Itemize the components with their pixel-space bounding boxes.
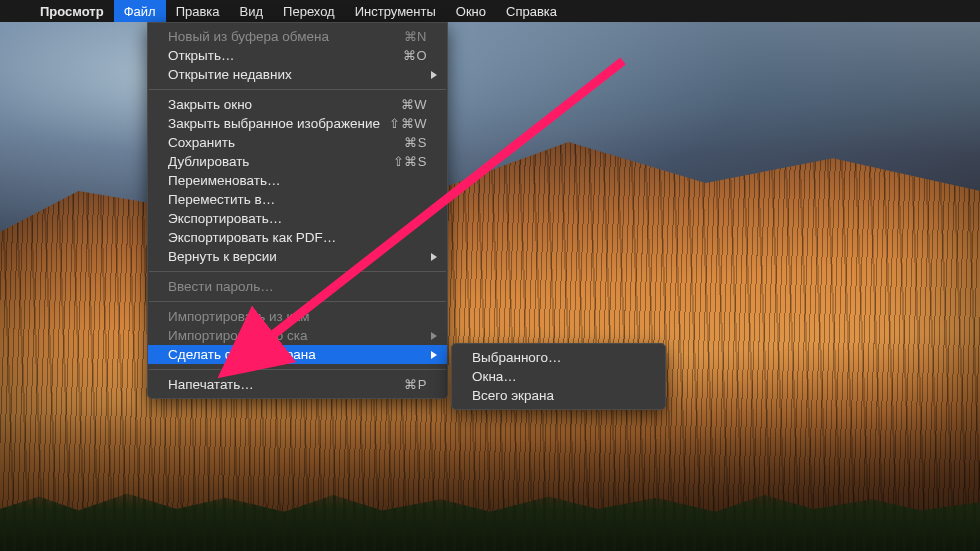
menu-item-label: Экспортировать как PDF… <box>168 230 427 245</box>
menu-item-shortcut: ⇧⌘S <box>393 154 427 169</box>
chevron-right-icon <box>431 332 437 340</box>
submenu-item[interactable]: Окна… <box>452 367 665 386</box>
menu-item: Новый из буфера обмена⌘N <box>148 27 447 46</box>
menu-item-shortcut: ⌘N <box>404 29 427 44</box>
menu-item-label: Закрыть окно <box>168 97 401 112</box>
menu-item-label: Вернуть к версии <box>168 249 427 264</box>
menu-item: Импортировать со ска <box>148 326 447 345</box>
chevron-right-icon <box>431 71 437 79</box>
menu-item: Ввести пароль… <box>148 277 447 296</box>
menu-item[interactable]: Экспортировать как PDF… <box>148 228 447 247</box>
menu-item[interactable]: Сохранить⌘S <box>148 133 447 152</box>
menu-item-label: Открыть… <box>168 48 403 63</box>
menu-item-label: Сохранить <box>168 135 404 150</box>
menu-item[interactable]: Дублировать⇧⌘S <box>148 152 447 171</box>
chevron-right-icon <box>431 253 437 261</box>
menu-bar: Просмотр ФайлПравкаВидПереходИнструменты… <box>0 0 980 22</box>
menu-item-label: Переместить в… <box>168 192 427 207</box>
screenshot-submenu: Выбранного…Окна…Всего экрана <box>451 343 666 410</box>
menu-Справка[interactable]: Справка <box>496 0 567 22</box>
menu-item[interactable]: Открытие недавних <box>148 65 447 84</box>
menu-item[interactable]: Переименовать… <box>148 171 447 190</box>
menu-item: Импортировать из кам <box>148 307 447 326</box>
menu-item-shortcut: ⇧⌘W <box>389 116 427 131</box>
apple-menu-icon[interactable] <box>0 0 30 22</box>
menu-item-shortcut: ⌘O <box>403 48 427 63</box>
menu-item-label: Напечатать… <box>168 377 404 392</box>
menu-Инструменты[interactable]: Инструменты <box>345 0 446 22</box>
menu-item-label: Импортировать из кам <box>168 309 427 324</box>
menu-item-shortcut: ⌘P <box>404 377 427 392</box>
menu-item-label: Открытие недавних <box>168 67 427 82</box>
menu-item-label: Импортировать со ска <box>168 328 427 343</box>
menu-item-label: Ввести пароль… <box>168 279 427 294</box>
menu-separator <box>149 89 446 90</box>
menu-item-label: Экспортировать… <box>168 211 427 226</box>
menu-item[interactable]: Напечатать…⌘P <box>148 375 447 394</box>
menu-item[interactable]: Переместить в… <box>148 190 447 209</box>
menu-item[interactable]: Экспортировать… <box>148 209 447 228</box>
menu-separator <box>149 271 446 272</box>
menu-separator <box>149 369 446 370</box>
menu-item-label: Дублировать <box>168 154 393 169</box>
menu-Окно[interactable]: Окно <box>446 0 496 22</box>
menu-item[interactable]: Сделать снимок экрана <box>148 345 447 364</box>
file-menu-dropdown: Новый из буфера обмена⌘NОткрыть…⌘OОткрыт… <box>147 22 448 399</box>
menu-item-label: Сделать снимок экрана <box>168 347 427 362</box>
menu-item-label: Новый из буфера обмена <box>168 29 404 44</box>
menu-Правка[interactable]: Правка <box>166 0 230 22</box>
menu-item[interactable]: Закрыть выбранное изображение⇧⌘W <box>148 114 447 133</box>
menu-item[interactable]: Открыть…⌘O <box>148 46 447 65</box>
menu-separator <box>149 301 446 302</box>
chevron-right-icon <box>431 351 437 359</box>
app-name[interactable]: Просмотр <box>30 0 114 22</box>
menu-item[interactable]: Вернуть к версии <box>148 247 447 266</box>
menu-item-label: Переименовать… <box>168 173 427 188</box>
menu-Вид[interactable]: Вид <box>230 0 274 22</box>
menu-item-shortcut: ⌘W <box>401 97 427 112</box>
submenu-item[interactable]: Выбранного… <box>452 348 665 367</box>
menu-item[interactable]: Закрыть окно⌘W <box>148 95 447 114</box>
menu-Файл[interactable]: Файл <box>114 0 166 22</box>
menu-item-label: Закрыть выбранное изображение <box>168 116 389 131</box>
menu-item-shortcut: ⌘S <box>404 135 427 150</box>
submenu-item[interactable]: Всего экрана <box>452 386 665 405</box>
menu-Переход[interactable]: Переход <box>273 0 345 22</box>
